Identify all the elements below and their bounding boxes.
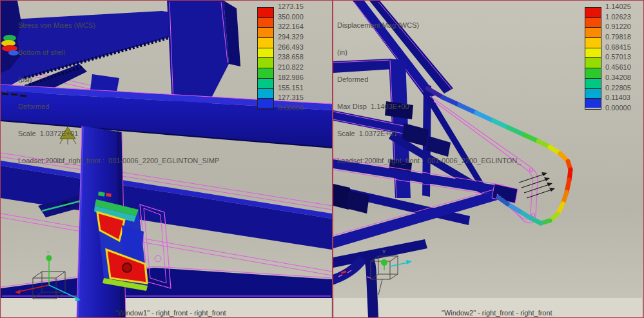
window-caption: "Window2" - right_front - right_front [442,309,552,317]
legend-tick-label: 1.02623 [605,14,631,21]
legend-tick-label: 182.986 [278,74,304,81]
legend-tick-label: 266.493 [278,44,304,51]
simulate-results-app: Y Stress von Mises (WCS) Bottom of shell… [0,0,644,318]
legend-tick-label: 0.91220 [605,23,631,30]
scale-label: Scale 1.0372E+01 [18,129,219,138]
legend-tick-label: 155.151 [278,84,304,92]
legend-tick-label: 322.164 [278,23,304,30]
legend-tick-label: 0.00000 [605,104,631,112]
legend-color-band [585,8,601,18]
legend-color-band [585,79,601,89]
legend-color-band [585,18,601,28]
legend-tick-label: 0.00000 [278,104,304,112]
legend-tick-label: 127.315 [278,94,304,101]
legend-color-band [258,68,273,79]
legend-tick-label: 0.79818 [605,34,631,41]
stress-fringe-legend: 1273.15 350.000 322.164 294.329 266.493 … [256,1,328,120]
legend-tick-label: 1273.15 [278,3,304,10]
legend-tick-label: 350.000 [278,14,304,21]
legend-tick-label: 0.57013 [605,54,631,61]
legend-tick-label: 0.68415 [605,44,631,51]
result-title: Displacement Mag (WCS) [337,21,521,30]
svg-text:Y: Y [46,250,50,255]
deformed-label: Deformed [18,102,219,111]
legend-tick-label: 294.329 [278,34,304,41]
loadset-label: Loadset:200lbf_right_front : 001-0006_22… [337,156,521,165]
result-units: (psi) [18,75,219,84]
legend-tick-label: 210.822 [278,64,304,71]
legend-tick-label: 0.34208 [605,74,631,81]
displacement-fringe-legend: 1.14025 1.02623 0.91220 0.79818 0.68415 … [583,1,644,120]
fringe-color-bar [257,7,274,110]
legend-color-band [585,68,601,79]
legend-color-band [258,99,273,108]
window-caption: "Window1" - right_front - right_front [115,309,226,317]
legend-color-band [585,58,601,68]
viewport-stress[interactable]: Y Stress von Mises (WCS) Bottom of shell… [0,0,333,318]
legend-tick-label: 238.658 [278,54,304,61]
legend-color-band [258,38,273,48]
legend-color-band [585,89,601,99]
legend-tick-label: 0.45610 [605,64,631,71]
max-disp-label: Max Disp 1.1403E+00 [337,102,521,111]
result-units: (in) [337,48,521,57]
legend-color-band [258,58,273,68]
fringe-color-bar [585,7,601,110]
displacement-annotation-block: Displacement Mag (WCS) (in) Deformed Max… [337,3,521,183]
legend-color-band [585,28,601,38]
legend-tick-label: 1.14025 [605,3,631,10]
legend-color-band [585,99,601,108]
viewport-displacement[interactable]: Y Displacement Mag (WCS) (in) Deformed M… [333,0,644,318]
legend-color-band [258,28,273,38]
legend-tick-label: 0.22805 [605,84,631,92]
scale-label: Scale 1.0372E+01 [337,129,521,138]
legend-color-band [258,79,273,89]
result-location: Bottom of shell [18,48,219,57]
legend-color-band [258,8,273,18]
result-title: Stress von Mises (WCS) [18,21,219,30]
legend-color-band [585,38,601,48]
deformed-label: Deformed [337,75,521,84]
legend-color-band [258,18,273,28]
loadset-label: Loadset:200lbf_right_front : 001-0006_22… [18,156,219,165]
svg-text:Y: Y [382,249,386,255]
legend-color-band [585,48,601,59]
legend-color-band [258,48,273,59]
legend-tick-label: 0.11403 [605,94,630,101]
stress-annotation-block: Stress von Mises (WCS) Bottom of shell (… [18,3,219,183]
legend-color-band [258,89,273,99]
